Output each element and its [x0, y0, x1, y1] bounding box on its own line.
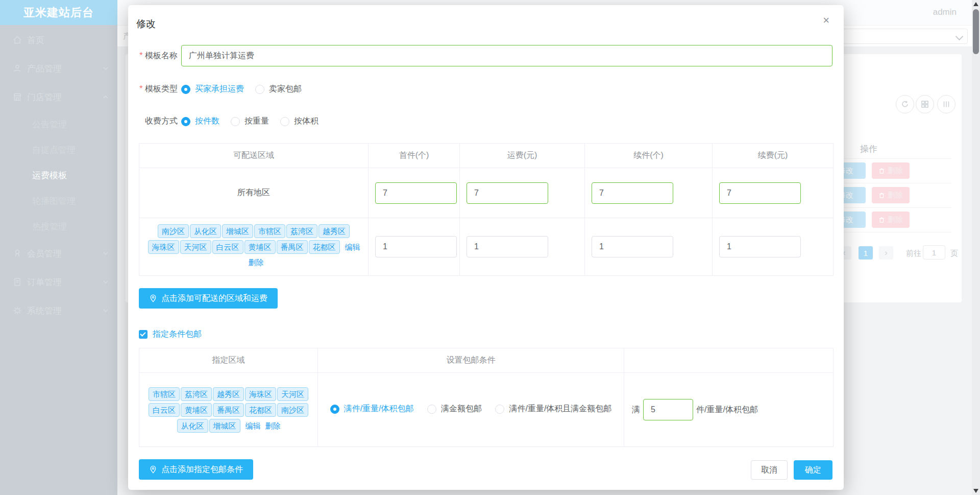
sidebar-subitem-announcements[interactable]: 公告管理	[0, 111, 117, 137]
template-name-input[interactable]	[181, 45, 832, 66]
columns-toolbar-button[interactable]	[937, 95, 955, 113]
region-tag[interactable]: 海珠区	[148, 240, 179, 254]
refresh-icon	[901, 100, 909, 108]
refresh-toolbar-button[interactable]	[896, 95, 914, 113]
chevron-down-icon	[102, 65, 109, 72]
sidebar-item-label: 会员管理	[27, 248, 62, 260]
region-tag[interactable]: 番禺区	[277, 240, 308, 254]
edit-region-link[interactable]: 编辑	[345, 243, 360, 251]
brand-title: 亚米建站后台	[0, 0, 117, 25]
sidebar-item-members[interactable]: 会员管理	[0, 239, 117, 268]
sidebar-subitem-shipping-templates[interactable]: 运费模板	[0, 162, 117, 188]
shipping-fee-table: 可配送区域 首件(个) 运费(元) 续件(个) 续费(元) 所有地区 南沙区从化…	[139, 143, 834, 276]
row-delete-button[interactable]: 删除	[872, 211, 910, 228]
trash-icon	[878, 192, 885, 199]
region-tag[interactable]: 越秀区	[213, 387, 244, 401]
region-tag[interactable]: 增城区	[222, 224, 253, 238]
sidebar-subitem-label: 自提点管理	[32, 144, 76, 156]
grid-icon	[921, 101, 928, 108]
radio-unchecked-icon	[427, 405, 436, 414]
radio-by-weight[interactable]: 按重量	[231, 116, 269, 127]
radio-free-by-amount[interactable]: 满金额包邮	[427, 404, 482, 414]
add-region-label: 点击添加可配送的区域和运费	[161, 293, 267, 304]
sidebar: 亚米建站后台 首页 产品管理 门店管理 公告管理 自提点管理 运费模板 轮播图管…	[0, 0, 117, 495]
map-pin-icon	[149, 294, 157, 302]
cancel-button[interactable]: 取消	[751, 460, 788, 480]
region-tag[interactable]: 荔湾区	[181, 387, 212, 401]
pagination-page-1[interactable]: 1	[859, 246, 873, 260]
free-condition-checkbox[interactable]	[139, 330, 148, 339]
radio-seller-free-shipping[interactable]: 卖家包邮	[255, 84, 302, 95]
fee-input[interactable]	[467, 236, 548, 257]
region-tag[interactable]: 花都区	[245, 403, 276, 417]
region-tag[interactable]: 增城区	[209, 419, 240, 433]
first-piece-input[interactable]	[375, 236, 457, 257]
radio-by-volume[interactable]: 按体积	[280, 116, 318, 127]
add-region-button[interactable]: 点击添加可配送的区域和运费	[139, 288, 278, 309]
sidebar-item-home[interactable]: 首页	[0, 26, 117, 54]
sidebar-item-stores[interactable]: 门店管理	[0, 83, 117, 111]
region-tag[interactable]: 从化区	[177, 419, 208, 433]
region-tag[interactable]: 番禺区	[213, 403, 244, 417]
table-row: 南沙区从化区增城区市辖区荔湾区越秀区海珠区天河区白云区黄埔区番禺区花都区编辑删除	[139, 218, 834, 276]
sidebar-item-label: 订单管理	[27, 276, 62, 288]
region-tag[interactable]: 天河区	[180, 240, 211, 254]
sidebar-subitem-hot-search[interactable]: 热搜管理	[0, 214, 117, 239]
row-delete-button[interactable]: 删除	[872, 187, 910, 203]
first-piece-input[interactable]	[375, 182, 457, 204]
additional-fee-input[interactable]	[719, 236, 801, 257]
add-condition-button[interactable]: 点击添加指定包邮条件	[139, 459, 253, 480]
region-tag[interactable]: 天河区	[277, 387, 308, 401]
region-tag[interactable]: 市辖区	[149, 387, 180, 401]
col-header-specified-region: 指定区域	[139, 348, 318, 373]
region-tag[interactable]: 黄埔区	[181, 403, 212, 417]
sidebar-item-system[interactable]: 系统管理	[0, 296, 117, 325]
page-scrollbar[interactable]	[972, 0, 980, 495]
additional-piece-input[interactable]	[592, 182, 673, 204]
username-menu[interactable]: admin	[933, 7, 957, 17]
region-tag[interactable]: 白云区	[149, 403, 180, 417]
delete-region-link[interactable]: 删除	[249, 258, 264, 267]
sidebar-item-orders[interactable]: 订单管理	[0, 268, 117, 296]
fee-input[interactable]	[467, 182, 548, 204]
scrollbar-thumb[interactable]	[973, 9, 979, 54]
trash-icon	[878, 217, 885, 223]
map-pin-icon	[149, 465, 157, 474]
pagination-next-button[interactable]: ›	[879, 246, 893, 260]
grid-toolbar-button[interactable]	[916, 95, 934, 113]
region-tag[interactable]: 南沙区	[277, 403, 308, 417]
add-condition-label: 点击添加指定包邮条件	[161, 464, 243, 475]
region-tag[interactable]: 花都区	[309, 240, 340, 254]
pagination-goto-input[interactable]	[923, 245, 945, 260]
region-tag[interactable]: 荔湾区	[286, 224, 317, 238]
col-header-first-piece: 首件(个)	[369, 144, 460, 168]
confirm-button[interactable]: 确定	[794, 460, 832, 480]
region-tag[interactable]: 南沙区	[158, 224, 189, 238]
row-delete-button[interactable]: 删除	[872, 162, 910, 179]
gear-icon	[12, 305, 22, 316]
radio-buyer-pays[interactable]: 买家承担运费	[181, 84, 244, 95]
region-tag[interactable]: 市辖区	[254, 224, 285, 238]
sidebar-subitem-pickup-points[interactable]: 自提点管理	[0, 137, 117, 162]
radio-free-by-quantity[interactable]: 满件/重量/体积包邮	[330, 404, 414, 414]
region-tag[interactable]: 白云区	[212, 240, 243, 254]
region-tag[interactable]: 从化区	[190, 224, 221, 238]
row-delete-label: 删除	[888, 191, 903, 200]
additional-piece-input[interactable]	[592, 236, 673, 257]
threshold-input[interactable]	[643, 399, 693, 420]
row-delete-label: 删除	[888, 215, 903, 225]
additional-fee-input[interactable]	[719, 182, 801, 204]
edit-region-link[interactable]: 编辑	[246, 421, 261, 430]
delete-region-link[interactable]: 删除	[265, 421, 281, 430]
sidebar-item-products[interactable]: 产品管理	[0, 54, 117, 83]
radio-free-by-quantity-and-amount[interactable]: 满件/重量/体积且满金额包邮	[495, 404, 611, 414]
radio-by-piece[interactable]: 按件数	[181, 116, 219, 127]
close-icon[interactable]: ×	[820, 14, 832, 27]
scroll-down-arrow-icon[interactable]	[973, 489, 978, 493]
pagination-page-unit: 页	[950, 249, 958, 258]
region-tag[interactable]: 黄埔区	[244, 240, 276, 254]
region-tag[interactable]: 越秀区	[318, 224, 350, 238]
sidebar-subitem-carousel[interactable]: 轮播图管理	[0, 188, 117, 214]
scroll-up-arrow-icon[interactable]	[973, 2, 978, 6]
region-tag[interactable]: 海珠区	[245, 387, 276, 401]
